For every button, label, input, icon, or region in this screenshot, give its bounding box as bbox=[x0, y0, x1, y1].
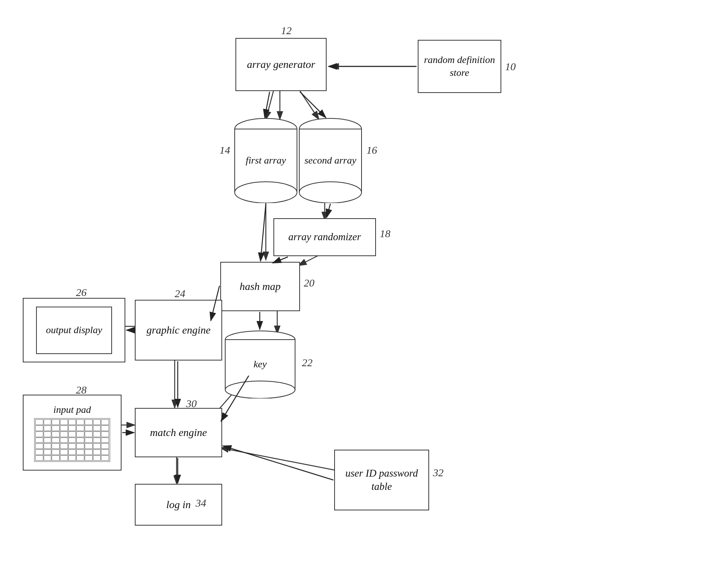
input-pad-id: 28 bbox=[76, 384, 87, 396]
grid-cell bbox=[60, 438, 68, 443]
array-generator-box: array generator bbox=[235, 38, 327, 91]
svg-line-38 bbox=[223, 446, 333, 480]
grid-cell bbox=[93, 425, 101, 431]
first-array-cylinder: first array bbox=[234, 118, 298, 203]
svg-point-24 bbox=[225, 381, 295, 398]
grid-cell bbox=[85, 438, 93, 443]
grid-cell bbox=[101, 425, 109, 431]
grid-cell bbox=[93, 438, 101, 443]
grid-cell bbox=[60, 431, 68, 437]
grid-cell bbox=[85, 455, 93, 461]
svg-line-30 bbox=[327, 204, 330, 217]
svg-point-21 bbox=[299, 182, 362, 203]
grid-cell bbox=[35, 431, 43, 437]
grid-cell bbox=[85, 425, 93, 431]
grid-cell bbox=[35, 443, 43, 449]
svg-point-18 bbox=[235, 182, 297, 203]
hash-map-box: hash map bbox=[220, 262, 300, 311]
grid-cell bbox=[76, 438, 84, 443]
grid-cell bbox=[35, 455, 43, 461]
first-array-id: 14 bbox=[220, 144, 230, 156]
array-randomizer-label: array randomizer bbox=[288, 230, 361, 244]
array-generator-id: 12 bbox=[281, 25, 292, 37]
grid-cell bbox=[101, 449, 109, 455]
grid-cell bbox=[60, 455, 68, 461]
key-label: key bbox=[254, 358, 267, 371]
grid-cell bbox=[101, 431, 109, 437]
svg-line-27 bbox=[265, 92, 270, 118]
grid-cell bbox=[68, 443, 76, 449]
grid-cell bbox=[85, 449, 93, 455]
grid-cell bbox=[44, 438, 52, 443]
second-array-label: second array bbox=[305, 154, 356, 167]
grid-cell bbox=[85, 431, 93, 437]
grid-cell bbox=[76, 443, 84, 449]
grid-cell bbox=[44, 431, 52, 437]
svg-line-3 bbox=[266, 91, 273, 120]
grid-cell bbox=[93, 431, 101, 437]
grid-cell bbox=[101, 419, 109, 425]
grid-cell bbox=[93, 443, 101, 449]
match-engine-id: 30 bbox=[186, 398, 197, 410]
output-display-label: output display bbox=[46, 324, 102, 337]
grid-cell bbox=[60, 449, 68, 455]
grid-cell bbox=[44, 455, 52, 461]
grid-cell bbox=[93, 455, 101, 461]
diagram: array generator 12 random definition sto… bbox=[0, 0, 728, 562]
grid-cell bbox=[35, 419, 43, 425]
log-in-label: log in bbox=[166, 498, 191, 512]
grid-cell bbox=[35, 425, 43, 431]
array-randomizer-box: array randomizer bbox=[273, 218, 376, 256]
grid-cell bbox=[52, 455, 60, 461]
grid-cell bbox=[52, 425, 60, 431]
grid-cell bbox=[85, 443, 93, 449]
grid-cell bbox=[60, 425, 68, 431]
svg-line-4 bbox=[300, 91, 319, 120]
random-def-store-id: 10 bbox=[505, 61, 516, 73]
grid-cell bbox=[76, 431, 84, 437]
user-id-password-box: user ID password table bbox=[334, 450, 429, 510]
grid-cell bbox=[101, 443, 109, 449]
grid-cell bbox=[68, 419, 76, 425]
grid-cell bbox=[44, 419, 52, 425]
grid-cell bbox=[60, 443, 68, 449]
grid-cell bbox=[35, 449, 43, 455]
input-pad-box: input pad bbox=[23, 395, 122, 471]
match-engine-box: match engine bbox=[135, 408, 222, 457]
random-def-store-label: random definition store bbox=[418, 54, 501, 79]
grid-cell bbox=[60, 419, 68, 425]
grid-cell bbox=[101, 438, 109, 443]
grid-cell bbox=[68, 455, 76, 461]
first-array-label: first array bbox=[246, 154, 286, 167]
random-def-store-box: random definition store bbox=[418, 40, 501, 93]
second-array-id: 16 bbox=[366, 144, 377, 156]
grid-cell bbox=[76, 425, 84, 431]
log-in-box: log in bbox=[135, 484, 222, 526]
grid-cell bbox=[68, 449, 76, 455]
grid-cell bbox=[68, 438, 76, 443]
hash-map-label: hash map bbox=[240, 280, 281, 293]
grid-cell bbox=[52, 431, 60, 437]
grid-cell bbox=[52, 438, 60, 443]
grid-cell bbox=[93, 449, 101, 455]
grid-cell bbox=[76, 449, 84, 455]
grid-cell bbox=[44, 443, 52, 449]
graphic-engine-id: 24 bbox=[175, 288, 185, 300]
key-id: 22 bbox=[302, 357, 313, 369]
match-engine-label: match engine bbox=[150, 426, 207, 439]
grid-cell bbox=[68, 431, 76, 437]
input-pad-label: input pad bbox=[54, 403, 91, 416]
grid-cell bbox=[76, 419, 84, 425]
user-id-password-id: 32 bbox=[433, 467, 444, 479]
array-generator-label: array generator bbox=[247, 58, 315, 71]
grid-cell bbox=[52, 419, 60, 425]
hash-map-id: 20 bbox=[304, 277, 314, 289]
svg-line-29 bbox=[261, 204, 266, 261]
graphic-engine-label: graphic engine bbox=[147, 323, 211, 337]
user-id-password-label: user ID password table bbox=[335, 467, 428, 493]
svg-line-28 bbox=[300, 92, 326, 118]
output-display-id: 26 bbox=[76, 287, 87, 299]
grid-cell bbox=[101, 455, 109, 461]
log-in-id: 34 bbox=[196, 497, 206, 509]
grid-cell bbox=[52, 449, 60, 455]
